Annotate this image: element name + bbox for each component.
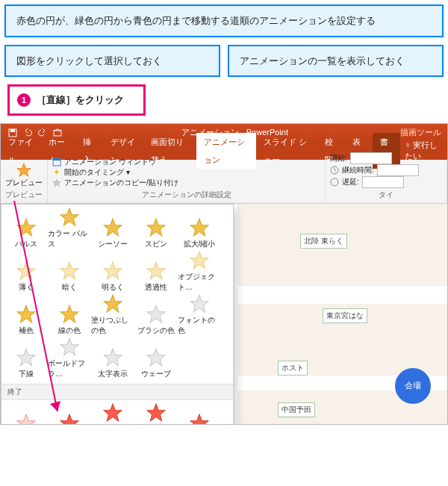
start-label: 開始: xyxy=(330,153,347,163)
ribbon-group-advanced: アニメーション ウィンドウ 開始のタイミング ▾ アニメーションのコピー/貼り付… xyxy=(48,160,326,203)
gallery-item-floatout[interactable]: フロートアウト xyxy=(134,403,178,425)
callout-select-shape: 図形をクリックして選択しておく xyxy=(4,45,220,78)
callout-show-anim-list-text: アニメーションの一覧を表示しておく xyxy=(240,55,405,66)
ribbon-group-preview: プレビュー プレビュー xyxy=(1,160,48,203)
workarea: 1 2 3 4Com 5 6 北陸 東らく 東京宮はな ホスト 中国予田 会場 … xyxy=(1,204,447,425)
callout-select-shape-text: 図形をクリックして選択しておく xyxy=(16,55,162,66)
map-label-4: 中国予田 xyxy=(278,402,315,417)
gallery-item-boldflash[interactable]: ボールドフラ… xyxy=(48,337,91,381)
callout-overview: 赤色の円が、緑色の円から青色の円まで移動する道順のアニメーションを設定する xyxy=(4,4,444,37)
gallery-item-seesaw[interactable]: シーソー xyxy=(91,208,134,251)
step-number-badge: 1 xyxy=(17,93,31,107)
gallery-item-fade[interactable]: フェード xyxy=(48,403,91,425)
map-label-2: 東京宮はな xyxy=(323,308,367,323)
anim-painter-button[interactable]: アニメーションのコピー/貼り付け xyxy=(52,178,320,188)
gallery-item-underline[interactable]: 下線 xyxy=(4,337,48,381)
gallery-item-brushcolor[interactable]: ブラシの色 xyxy=(134,294,178,337)
gallery-item-fillcolor[interactable]: 塗りつぶしの色 xyxy=(91,294,134,337)
gallery-item-fontcolor[interactable]: フォントの色 xyxy=(178,294,221,337)
gallery-item-clear[interactable]: クリア xyxy=(4,403,48,425)
preview-icon[interactable] xyxy=(13,163,34,178)
gallery-item-pulse[interactable]: パルス xyxy=(4,208,48,251)
context-tool-label: 描画ツール xyxy=(400,127,447,138)
callout-overview-text: 赤色の円が、緑色の円から青色の円まで移動する道順のアニメーションを設定する xyxy=(16,15,376,26)
svg-marker-6 xyxy=(52,178,61,187)
map-label-3: ホスト xyxy=(278,361,308,376)
trigger-button[interactable]: 開始のタイミング ▾ xyxy=(52,167,320,178)
svg-rect-5 xyxy=(53,158,60,161)
gallery-item-growshrink[interactable]: 拡大/縮小 xyxy=(178,208,221,251)
venue-pin[interactable]: 会場 xyxy=(395,368,431,404)
gallery-item-slideout[interactable]: スライドアウト xyxy=(91,403,134,425)
timing-group-label: タイ xyxy=(330,190,442,200)
duration-input[interactable] xyxy=(377,164,419,176)
svg-rect-1 xyxy=(10,129,15,132)
gallery-item-transparency[interactable]: 透過性 xyxy=(134,251,178,294)
gallery-item-split[interactable]: スプリット xyxy=(178,403,221,425)
clock-icon xyxy=(330,166,339,175)
svg-marker-3 xyxy=(17,163,31,176)
gallery-section-exit: 終了 xyxy=(1,384,233,400)
preview-label[interactable]: プレビュー xyxy=(5,178,43,188)
callout-show-anim-list: アニメーションの一覧を表示しておく xyxy=(228,45,444,78)
svg-point-8 xyxy=(331,178,338,186)
advanced-group-label: アニメーションの詳細設定 xyxy=(52,190,320,200)
gallery-item-wave[interactable]: ウェーブ xyxy=(134,337,178,381)
animation-gallery: パルス カラー パルス シーソー スピン 拡大/縮小 薄く 暗く 明るく 透過性… xyxy=(1,204,234,425)
gallery-item-colorpulse[interactable]: カラー パルス xyxy=(48,208,91,251)
gallery-item-linecolor[interactable]: 線の色 xyxy=(48,294,91,337)
duration-label: 継続時間: xyxy=(342,165,374,175)
gallery-item-lighten[interactable]: 明るく xyxy=(91,251,134,294)
gallery-item-complementary[interactable]: 補色 xyxy=(4,294,48,337)
delay-label: 遅延: xyxy=(342,177,359,187)
gallery-item-darken[interactable]: 暗く xyxy=(48,251,91,294)
delay-icon xyxy=(330,178,339,187)
powerpoint-window: アニメーション - PowerPoint 描画ツール ファイル ホーム 挿入 デ… xyxy=(0,123,448,425)
ribbon-group-timing: 開始: 継続時間: 遅延: タイ xyxy=(326,160,447,203)
anim-window-button[interactable]: アニメーション ウィンドウ xyxy=(52,157,320,167)
gallery-item-boldshow[interactable]: 太字表示 xyxy=(91,337,134,381)
gallery-item-spin[interactable]: スピン xyxy=(134,208,178,251)
start-dropdown[interactable] xyxy=(350,152,392,164)
preview-group-label: プレビュー xyxy=(5,190,43,200)
callout-step-1: 1 ［直線］をクリック xyxy=(7,84,146,116)
delay-input[interactable] xyxy=(362,176,404,188)
ribbon: プレビュー プレビュー アニメーション ウィンドウ 開始のタイミング ▾ アニメ… xyxy=(1,160,447,204)
gallery-item-desaturate[interactable]: 薄く xyxy=(4,251,48,294)
step-1-text: ［直線］をクリック xyxy=(37,94,124,105)
map-label-1: 北陸 東らく xyxy=(300,234,347,249)
gallery-item-objectcolor[interactable]: オブジェクト… xyxy=(178,251,221,294)
